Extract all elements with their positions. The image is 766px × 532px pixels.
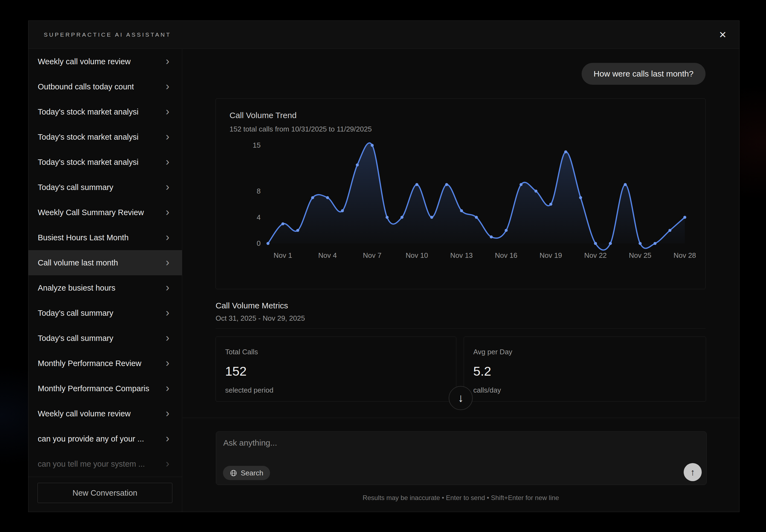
app-background: SUPERPRACTICE AI ASSISTANT ✕ Weekly call… xyxy=(0,0,766,532)
sidebar-item-label: can you provide any of your ... xyxy=(38,434,144,443)
sidebar-item-label: Busiest Hours Last Month xyxy=(38,233,129,242)
sidebar-item-label: Today's stock market analysi xyxy=(38,133,138,142)
sidebar-item-label: Outbound calls today count xyxy=(38,82,134,91)
assistant-window: SUPERPRACTICE AI ASSISTANT ✕ Weekly call… xyxy=(28,21,739,512)
svg-text:Nov 4: Nov 4 xyxy=(318,252,337,259)
sidebar-item-label: Today's stock market analysi xyxy=(38,107,138,116)
svg-text:Nov 10: Nov 10 xyxy=(406,252,428,259)
sidebar-item[interactable]: Busiest Hours Last Month› xyxy=(28,225,182,250)
svg-text:Nov 25: Nov 25 xyxy=(629,252,651,259)
sidebar-item-label: Today's call summary xyxy=(38,183,113,192)
chevron-right-icon: › xyxy=(166,55,169,66)
call-volume-trend-card: 04815Nov 1Nov 4Nov 7Nov 10Nov 13Nov 16No… xyxy=(215,98,706,289)
svg-text:Nov 7: Nov 7 xyxy=(363,252,381,259)
metrics-divider xyxy=(215,328,706,329)
chevron-right-icon: › xyxy=(166,131,169,142)
composer-divider xyxy=(182,418,739,418)
web-search-toggle[interactable]: Search xyxy=(223,466,270,480)
sidebar-item[interactable]: Call volume last month› xyxy=(28,250,182,275)
sidebar-item[interactable]: Weekly call volume review› xyxy=(28,49,182,74)
chevron-right-icon: › xyxy=(166,232,169,242)
metrics-date-range: Oct 31, 2025 - Nov 29, 2025 xyxy=(215,314,305,323)
svg-text:Nov 16: Nov 16 xyxy=(495,252,517,259)
conversation-sidebar: Weekly call volume review›Outbound calls… xyxy=(28,49,182,512)
sidebar-item-label: Today's stock market analysi xyxy=(38,158,138,167)
svg-text:15: 15 xyxy=(253,141,261,149)
sidebar-item-label: Weekly call volume review xyxy=(38,409,131,418)
search-label: Search xyxy=(241,469,263,477)
sidebar-item-label: Weekly call volume review xyxy=(38,57,131,66)
sidebar-item[interactable]: Today's stock market analysi› xyxy=(28,124,182,150)
svg-text:8: 8 xyxy=(256,187,260,195)
globe-icon xyxy=(230,469,237,477)
sidebar-item[interactable]: can you provide any of your ...› xyxy=(28,426,182,451)
window-title: SUPERPRACTICE AI ASSISTANT xyxy=(44,31,171,38)
arrow-up-icon: ↑ xyxy=(691,467,695,478)
sidebar-item-label: Weekly Call Summary Review xyxy=(38,208,144,217)
chevron-right-icon: › xyxy=(166,382,169,393)
metric-value: 5.2 xyxy=(473,364,491,379)
chart-title: Call Volume Trend xyxy=(229,111,296,120)
sidebar-item-label: Today's call summary xyxy=(38,309,113,318)
conversation-list: Weekly call volume review›Outbound calls… xyxy=(28,49,182,477)
chevron-right-icon: › xyxy=(166,282,169,293)
sidebar-item-label: Analyze busiest hours xyxy=(38,283,115,293)
sidebar-item[interactable]: Weekly call volume review› xyxy=(28,401,182,426)
user-message-bubble: How were calls last month? xyxy=(582,63,706,85)
sidebar-item[interactable]: Weekly Call Summary Review› xyxy=(28,200,182,225)
sidebar-item[interactable]: Outbound calls today count› xyxy=(28,74,182,99)
metric-value: 152 xyxy=(225,364,246,379)
chevron-right-icon: › xyxy=(166,433,169,444)
scroll-to-bottom-button[interactable]: ↓ xyxy=(449,386,473,410)
chevron-right-icon: › xyxy=(166,156,169,167)
svg-text:Nov 1: Nov 1 xyxy=(273,252,292,259)
metric-subtext: calls/day xyxy=(473,386,501,394)
metrics-heading: Call Volume Metrics xyxy=(215,301,288,310)
window-header: SUPERPRACTICE AI ASSISTANT ✕ xyxy=(28,21,739,49)
svg-text:Nov 28: Nov 28 xyxy=(674,252,696,259)
chevron-right-icon: › xyxy=(166,357,169,368)
total-calls-card: Total Calls 152 selected period xyxy=(215,337,456,402)
close-icon[interactable]: ✕ xyxy=(719,30,727,39)
sidebar-item-label: Monthly Performance Comparis xyxy=(38,384,149,393)
svg-text:0: 0 xyxy=(256,239,260,247)
new-conversation-button[interactable]: New Conversation xyxy=(37,483,172,503)
svg-text:4: 4 xyxy=(256,214,260,221)
arrow-down-icon: ↓ xyxy=(458,391,464,405)
sidebar-footer: New Conversation xyxy=(28,477,182,512)
chevron-right-icon: › xyxy=(166,307,169,318)
chart-subtitle: 152 total calls from 10/31/2025 to 11/29… xyxy=(229,125,372,133)
sidebar-item[interactable]: can you tell me your system ...› xyxy=(28,451,182,477)
sidebar-item-label: can you tell me your system ... xyxy=(38,460,145,469)
sidebar-item[interactable]: Today's stock market analysi› xyxy=(28,150,182,175)
sidebar-item[interactable]: Today's call summary› xyxy=(28,175,182,200)
svg-text:Nov 13: Nov 13 xyxy=(450,252,473,259)
chevron-right-icon: › xyxy=(166,458,169,469)
composer-hint: Results may be inaccurate • Enter to sen… xyxy=(182,494,739,502)
sidebar-item[interactable]: Analyze busiest hours› xyxy=(28,275,182,300)
chevron-right-icon: › xyxy=(166,206,169,217)
svg-text:Nov 19: Nov 19 xyxy=(540,252,562,259)
metric-label: Total Calls xyxy=(225,348,258,356)
svg-text:Nov 22: Nov 22 xyxy=(584,252,607,259)
metric-label: Avg per Day xyxy=(473,348,513,356)
sidebar-item[interactable]: Today's call summary› xyxy=(28,326,182,351)
message-composer[interactable]: Ask anything... Search ↑ xyxy=(216,431,707,485)
chevron-right-icon: › xyxy=(166,181,169,192)
avg-per-day-card: Avg per Day 5.2 calls/day xyxy=(464,337,706,402)
sidebar-item[interactable]: Monthly Performance Review› xyxy=(28,351,182,376)
sidebar-item-label: Monthly Performance Review xyxy=(38,359,141,368)
composer-placeholder: Ask anything... xyxy=(223,438,277,448)
chevron-right-icon: › xyxy=(166,81,169,92)
chevron-right-icon: › xyxy=(166,408,169,419)
sidebar-item[interactable]: Today's stock market analysi› xyxy=(28,99,182,124)
send-button[interactable]: ↑ xyxy=(684,463,702,481)
metric-subtext: selected period xyxy=(225,386,273,394)
chevron-right-icon: › xyxy=(166,106,169,117)
sidebar-item-label: Call volume last month xyxy=(38,258,118,267)
sidebar-item-label: Today's call summary xyxy=(38,334,113,343)
sidebar-item[interactable]: Monthly Performance Comparis› xyxy=(28,376,182,401)
sidebar-item[interactable]: Today's call summary› xyxy=(28,300,182,326)
chevron-right-icon: › xyxy=(166,332,169,343)
chat-main-area: How were calls last month? 04815Nov 1Nov… xyxy=(182,49,739,512)
